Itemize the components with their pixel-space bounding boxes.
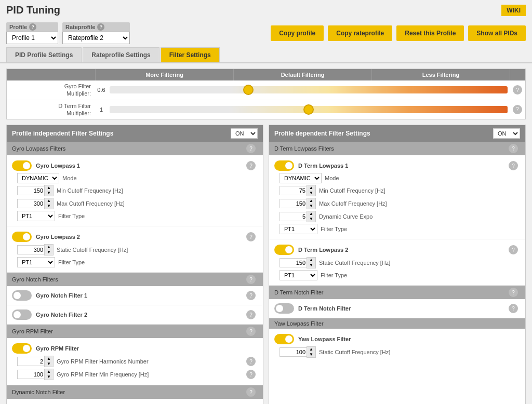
tab-pid-profile[interactable]: PID Profile Settings — [6, 47, 82, 62]
gyro-filter-help[interactable]: ? — [513, 85, 522, 95]
dterm-notch-toggle[interactable] — [274, 303, 294, 314]
dterm-lp1-max-cutoff-down[interactable]: ▼ — [307, 204, 315, 209]
gyro-notch1-toggle[interactable] — [12, 290, 32, 301]
gyro-lp2-cutoff-up[interactable]: ▲ — [45, 245, 53, 250]
dterm-lp2-cutoff-input[interactable] — [280, 258, 307, 267]
gyro-rpm-minfreq-help[interactable]: ? — [246, 370, 256, 379]
gyro-lp1-min-cutoff-up[interactable]: ▲ — [45, 185, 53, 191]
yaw-lowpass-section-label: Yaw Lowpass Filter — [274, 320, 324, 327]
dterm-lp2-cutoff-up[interactable]: ▲ — [307, 258, 315, 263]
gyro-lp2-cutoff-down[interactable]: ▼ — [45, 250, 53, 255]
gyro-notch2-help[interactable]: ? — [246, 310, 256, 319]
copy-profile-button[interactable]: Copy profile — [271, 25, 324, 41]
gyro-lowpass-help[interactable]: ? — [246, 144, 256, 153]
gyro-rpm-minfreq-label: Gyro RPM Filter Min Frequency [Hz] — [57, 371, 149, 378]
dterm-lp2-cutoff-label: Static Cutoff Frequency [Hz] — [319, 260, 390, 266]
profile-dependent-toggle[interactable]: ON OFF — [493, 128, 520, 139]
gyro-lp1-filtertype-select[interactable]: PT1BIQUAD — [17, 211, 55, 221]
dterm-lowpass-help[interactable]: ? — [509, 144, 518, 153]
dterm-lp1-label: D Term Lowpass 1 — [298, 163, 348, 169]
dynamic-notch-section-help[interactable]: ? — [246, 387, 256, 397]
gyro-lp1-toggle[interactable] — [12, 160, 32, 171]
gyro-lp1-min-cutoff-input[interactable] — [17, 186, 44, 195]
profile-select[interactable]: Profile 1 Profile 2 Profile 3 — [6, 32, 58, 44]
dterm-lp2-filtertype-label: Filter Type — [321, 272, 347, 278]
profile-info-icon[interactable]: ? — [29, 23, 36, 31]
gyro-rpm-harmonics-label: Gyro RPM Filter Harmonics Number — [57, 358, 149, 365]
gyro-lp2-help[interactable]: ? — [246, 232, 256, 241]
dterm-filter-label: D Term FilterMultiplier: — [7, 102, 95, 117]
dterm-lp2-cutoff-down[interactable]: ▼ — [307, 263, 315, 268]
gyro-notch1-label: Gyro Notch Filter 1 — [36, 292, 87, 299]
dterm-lp1-filtertype-label: Filter Type — [321, 226, 347, 232]
show-all-pids-button[interactable]: Show all PIDs — [468, 25, 526, 41]
profile-independent-panel: Profile independent Filter Settings ON O… — [6, 125, 263, 404]
dterm-filter-thumb[interactable] — [303, 104, 314, 115]
dynamic-notch-section-label: Dynamic Notch Filter — [12, 389, 65, 395]
dterm-lp1-min-cutoff-up[interactable]: ▲ — [307, 185, 315, 191]
dterm-lp1-filtertype-select[interactable]: PT1BIQUAD — [280, 224, 317, 234]
gyro-rpm-harmonics-help[interactable]: ? — [246, 357, 256, 366]
gyro-notch1-help[interactable]: ? — [246, 291, 256, 300]
yaw-lp-toggle[interactable] — [274, 334, 294, 344]
gyro-rpm-section-help[interactable]: ? — [246, 327, 256, 336]
gyro-lp1-min-cutoff-down[interactable]: ▼ — [45, 191, 53, 196]
gyro-notch2-label: Gyro Notch Filter 2 — [36, 312, 87, 318]
gyro-lp2-filtertype-select[interactable]: PT1BIQUAD — [17, 257, 55, 267]
dterm-notch-section-help[interactable]: ? — [509, 288, 518, 297]
gyro-notch2-toggle[interactable] — [12, 309, 32, 320]
dterm-lp1-dynamic-curve-up[interactable]: ▲ — [307, 211, 315, 217]
gyro-rpm-section-label: Gyro RPM Filter — [12, 328, 53, 334]
profile-dependent-panel: Profile dependent Filter Settings ON OFF… — [269, 125, 526, 404]
yaw-lp-cutoff-down[interactable]: ▼ — [307, 352, 315, 357]
gyro-rpm-minfreq-input[interactable] — [17, 370, 44, 379]
yaw-lp-cutoff-label: Static Cutoff Frequency [Hz] — [319, 349, 390, 355]
dterm-lp2-toggle[interactable] — [274, 245, 294, 255]
wiki-button[interactable]: WIKI — [501, 5, 526, 16]
gyro-rpm-label: Gyro RPM Filter — [36, 345, 79, 352]
gyro-lp2-cutoff-input[interactable] — [17, 245, 44, 254]
dterm-filter-help[interactable]: ? — [513, 105, 522, 114]
gyro-lowpass-section-label: Gyro Lowpass Filters — [12, 145, 65, 152]
dterm-lp1-help[interactable]: ? — [509, 161, 518, 170]
gyro-lp1-max-cutoff-input[interactable] — [17, 199, 44, 208]
dterm-lp2-filtertype-select[interactable]: PT1BIQUAD — [280, 270, 317, 280]
gyro-rpm-minfreq-up[interactable]: ▲ — [45, 369, 53, 374]
yaw-lp-cutoff-up[interactable]: ▲ — [307, 347, 315, 352]
tab-rateprofile[interactable]: Rateprofile Settings — [83, 47, 159, 62]
rateprofile-select[interactable]: Rateprofile 1 Rateprofile 2 Rateprofile … — [62, 32, 130, 44]
profile-independent-toggle[interactable]: ON OFF — [231, 128, 258, 139]
copy-rateprofile-button[interactable]: Copy rateprofile — [328, 25, 392, 41]
dterm-lp1-min-cutoff-input[interactable] — [280, 186, 307, 195]
gyro-rpm-harmonics-input[interactable] — [17, 357, 44, 366]
gyro-lp2-toggle[interactable] — [12, 232, 32, 242]
gyro-filter-thumb[interactable] — [243, 85, 254, 95]
dterm-notch-label: D Term Notch Filter — [298, 305, 351, 312]
gyro-lp1-mode-select[interactable]: DYNAMICPT1BIQUAD — [17, 173, 59, 183]
dterm-lp1-min-cutoff-down[interactable]: ▼ — [307, 191, 315, 196]
dterm-lp1-max-cutoff-up[interactable]: ▲ — [307, 198, 315, 204]
gyro-rpm-harmonics-down[interactable]: ▼ — [45, 361, 53, 367]
gyro-rpm-minfreq-down[interactable]: ▼ — [45, 374, 53, 380]
dterm-lp2-help[interactable]: ? — [509, 245, 518, 254]
yaw-lp-cutoff-input[interactable] — [280, 347, 307, 357]
gyro-lp2-cutoff-label: Static Cutoff Frequency [Hz] — [57, 247, 128, 253]
tab-filter-settings[interactable]: Filter Settings — [161, 47, 220, 62]
gyro-lp1-max-cutoff-down[interactable]: ▼ — [45, 204, 53, 209]
dterm-lp1-dynamic-curve-down[interactable]: ▼ — [307, 217, 315, 222]
dterm-lp1-mode-select[interactable]: DYNAMICPT1BIQUAD — [280, 173, 322, 183]
dterm-lp1-max-cutoff-input[interactable] — [280, 199, 307, 208]
gyro-lp1-max-cutoff-up[interactable]: ▲ — [45, 198, 53, 204]
gyro-notch-help[interactable]: ? — [246, 275, 256, 284]
reset-profile-button[interactable]: Reset this Profile — [396, 25, 464, 41]
gyro-lp1-help[interactable]: ? — [246, 161, 256, 170]
dterm-lp1-dynamic-curve-input[interactable] — [280, 212, 307, 221]
dterm-lp1-toggle[interactable] — [274, 160, 294, 171]
gyro-rpm-harmonics-up[interactable]: ▲ — [45, 356, 53, 361]
rateprofile-info-icon[interactable]: ? — [97, 23, 104, 31]
dterm-notch-help[interactable]: ? — [509, 304, 518, 313]
profile-independent-title: Profile independent Filter Settings — [12, 130, 113, 137]
gyro-lp2-label: Gyro Lowpass 2 — [36, 234, 80, 240]
filter-sliders-panel: More Filtering Default Filtering Less Fi… — [6, 69, 526, 119]
gyro-rpm-toggle[interactable] — [12, 343, 32, 354]
